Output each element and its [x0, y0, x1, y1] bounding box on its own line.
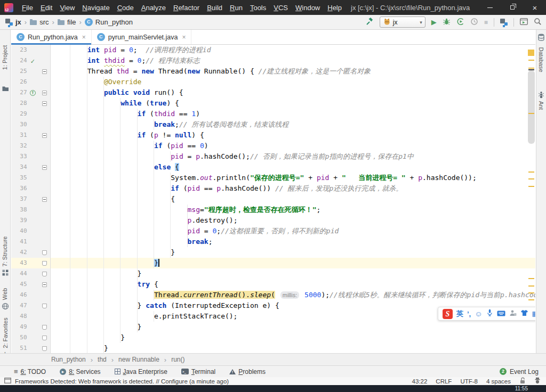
implement-method-icon[interactable] [30, 90, 36, 96]
code-line-45[interactable]: 45try { [11, 279, 535, 290]
fold-end-icon[interactable] [42, 250, 47, 255]
code-line-50[interactable]: 50} [11, 332, 535, 343]
menu-analyze[interactable]: Analyze [138, 4, 170, 12]
warning-mark[interactable] [528, 113, 534, 114]
menu-navigate[interactable]: Navigate [78, 4, 113, 12]
code-line-39[interactable]: 39p.destroy(); [11, 215, 535, 226]
code-line-38[interactable]: 38msg="程序超时，检查是否存在死循环！"; [11, 205, 535, 215]
minimize-button[interactable] [479, 0, 501, 15]
warning-mark[interactable] [528, 186, 534, 187]
search-everywhere-icon[interactable] [534, 18, 542, 27]
menu-help[interactable]: Help [324, 4, 346, 12]
skin-person-icon[interactable] [509, 309, 517, 318]
toolbutton-terminal[interactable]: Terminal [181, 368, 215, 375]
editor-breadcrumb-item[interactable]: Run_python [51, 356, 86, 363]
caret-mark[interactable] [528, 69, 534, 70]
menu-file[interactable]: File [18, 4, 37, 12]
menu-tools[interactable]: Tools [246, 4, 270, 12]
menu-build[interactable]: Build [203, 4, 226, 12]
code-line-35[interactable]: 35System.out.println("保存的进程号=" + pid + "… [11, 173, 535, 183]
code-line-46[interactable]: 46Thread.currentThread().sleep( millis: … [11, 290, 535, 300]
fold-collapse-icon[interactable] [42, 282, 47, 287]
restore-button[interactable] [501, 0, 524, 15]
warnings-indicator[interactable] [528, 50, 534, 56]
code-line-28[interactable]: 28while (true) { [11, 98, 535, 109]
fold-collapse-icon[interactable] [42, 165, 47, 170]
code-line-23[interactable]: 23int pid = 0; //调用程序的进程id [11, 45, 535, 55]
microphone-icon[interactable] [486, 309, 493, 318]
code-line-44[interactable]: 44} [11, 268, 535, 279]
scrollbar-thumb[interactable] [528, 70, 535, 144]
run-button[interactable]: ▶ [431, 19, 437, 26]
warning-mark[interactable] [528, 285, 534, 287]
toolbutton-eventlog[interactable]: 2 Event Log [500, 368, 539, 375]
fold-collapse-icon[interactable] [42, 69, 47, 74]
toolbutton-problems[interactable]: Problems [229, 368, 266, 375]
fold-collapse-icon[interactable] [42, 101, 47, 106]
code-line-30[interactable]: 30break;// 所有试卷阅卷结束，结束该线程 [11, 119, 535, 130]
fold-end-icon[interactable] [42, 304, 47, 308]
fold-end-icon[interactable] [42, 346, 47, 351]
run-with-coverage-button[interactable] [456, 18, 464, 27]
code-line-49[interactable]: 49} [11, 322, 535, 332]
warning-mark[interactable] [528, 178, 534, 179]
menu-run[interactable]: Run [226, 4, 246, 12]
code-line-27[interactable]: 27public void run() { [11, 87, 535, 98]
fold-collapse-icon[interactable] [42, 197, 47, 202]
tab-Run_python.java[interactable]: CRun_python.java× [11, 30, 92, 44]
warning-mark[interactable] [528, 278, 534, 279]
menu-code[interactable]: Code [114, 4, 138, 12]
run-config-combo[interactable]: jx ▾ [380, 17, 425, 28]
project-structure-icon[interactable] [500, 19, 508, 26]
warning-mark[interactable] [528, 60, 534, 61]
fold-collapse-icon[interactable] [42, 91, 47, 95]
toolbutton-services[interactable]: 8: Services [60, 368, 100, 375]
menu-refactor[interactable]: Refactor [170, 4, 203, 12]
code-line-37[interactable]: 37{ [11, 194, 535, 205]
run-window-icon[interactable] [520, 18, 528, 27]
code-line-25[interactable]: 25Thread thd = new Thread(new Runnable()… [11, 66, 535, 77]
code-line-40[interactable]: 40pid = 0;//这都很重要，否则，得不到新的pid [11, 226, 535, 236]
warning-mark[interactable] [528, 299, 534, 300]
close-button[interactable]: × [524, 0, 546, 15]
close-icon[interactable]: × [82, 34, 86, 41]
toolbutton-todo[interactable]: ≡6: TODO [14, 368, 46, 375]
tab-pyrun_mainServlet.java[interactable]: Cpyrun_mainServlet.java× [92, 30, 192, 44]
code-line-24[interactable]: 24✓int thdid = 0;// 程序结束标志 [11, 55, 535, 66]
fold-end-icon[interactable] [42, 261, 47, 266]
line-ending[interactable]: CRLF [436, 378, 452, 385]
encoding[interactable]: UTF-8 [460, 378, 478, 385]
toolbutton-javaee[interactable]: Java Enterprise [115, 368, 167, 375]
code-line-31[interactable]: 31if (p != null) { [11, 130, 535, 141]
code-line-32[interactable]: 32if (pid == 0) [11, 141, 535, 151]
breadcrumb-item-jx[interactable]: jx [5, 18, 21, 26]
breadcrumb-item-run_python[interactable]: CRun_python [85, 18, 133, 26]
fold-end-icon[interactable] [42, 336, 47, 340]
warning-mark[interactable] [528, 68, 534, 69]
code-line-51[interactable]: 51} [11, 343, 535, 353]
menu-window[interactable]: Window [292, 4, 324, 12]
menu-vcs[interactable]: VCS [270, 4, 292, 12]
indent-size[interactable]: 4 spaces [486, 378, 511, 385]
editor-breadcrumb-item[interactable]: new Runnable [118, 356, 159, 363]
status-message[interactable]: Frameworks Detected: Web framework is de… [15, 378, 229, 385]
ime-punctuation-toggle[interactable]: ’, [467, 310, 471, 318]
ime-language-toggle[interactable]: 英 [456, 309, 463, 318]
breadcrumb-item-file[interactable]: file [58, 18, 76, 26]
menu-edit[interactable]: Edit [37, 4, 56, 12]
sogou-logo-icon[interactable]: S [443, 309, 453, 319]
code-line-33[interactable]: 33pid = p.hashCode();// 否则，如果记录当前p指向的进程号… [11, 151, 535, 162]
fold-end-icon[interactable] [42, 325, 47, 330]
fold-collapse-icon[interactable] [42, 133, 47, 138]
emoji-icon[interactable]: ☺ [475, 310, 482, 317]
menu-view[interactable]: View [56, 4, 78, 12]
build-hammer-icon[interactable] [365, 17, 374, 27]
keyboard-icon[interactable] [497, 309, 505, 318]
unlock-icon[interactable] [519, 377, 526, 385]
taskbar-clock[interactable]: 11:55 [515, 385, 528, 392]
close-icon[interactable]: × [182, 34, 186, 41]
warning-mark[interactable] [528, 292, 534, 293]
breadcrumb-item-src[interactable]: src [30, 18, 49, 26]
fold-end-icon[interactable] [42, 272, 47, 276]
code-line-26[interactable]: 26@Override [11, 77, 535, 87]
